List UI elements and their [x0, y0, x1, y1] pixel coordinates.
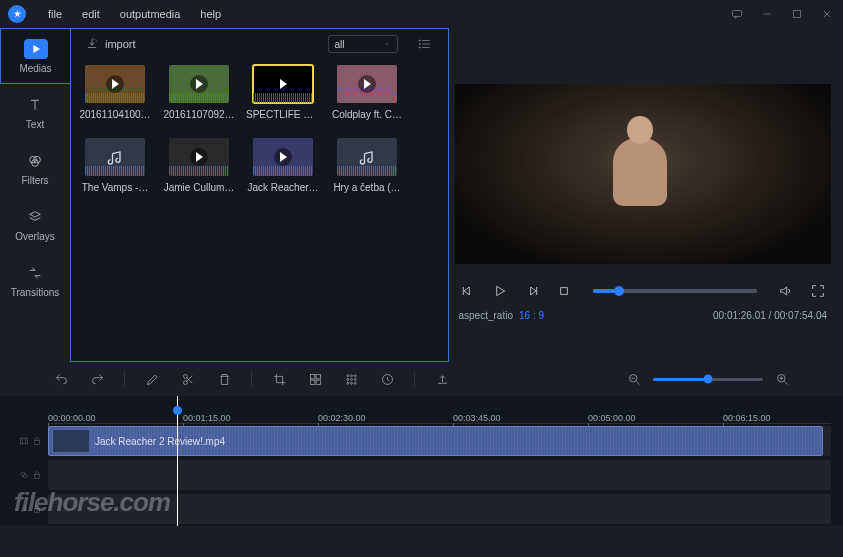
- preview-canvas[interactable]: [455, 84, 832, 264]
- thumb-image: [253, 138, 313, 176]
- timeline-ruler[interactable]: 00:00:00.0000:01:15.0000:02:30.0000:03:4…: [48, 400, 831, 424]
- sidebar-item-text[interactable]: Text: [0, 84, 70, 140]
- overlays-icon: [23, 207, 47, 227]
- svg-point-32: [354, 378, 356, 380]
- app-logo-icon: [8, 5, 26, 23]
- title-bar: file edit outputmedia help: [0, 0, 843, 28]
- thumb-image: [169, 65, 229, 103]
- zoom-slider[interactable]: [653, 378, 763, 381]
- menu-help[interactable]: help: [190, 0, 231, 28]
- svg-marker-15: [464, 287, 469, 295]
- import-icon: [85, 37, 99, 51]
- svg-rect-47: [34, 441, 39, 445]
- prev-frame-button[interactable]: [459, 282, 477, 300]
- ruler-tick: 00:01:15.00: [183, 413, 231, 423]
- sidebar-item-overlays[interactable]: Overlays: [0, 196, 70, 252]
- track-body[interactable]: [48, 460, 831, 490]
- export-button[interactable]: [433, 370, 451, 388]
- svg-point-29: [354, 374, 356, 376]
- media-thumb[interactable]: Jack Reacher…: [253, 138, 313, 193]
- close-button[interactable]: [819, 6, 835, 22]
- list-view-toggle[interactable]: [416, 37, 434, 51]
- thumb-image: [85, 65, 145, 103]
- aspect-ratio-label: aspect_ratio: [459, 310, 513, 321]
- svg-point-12: [419, 40, 420, 41]
- svg-line-39: [636, 381, 639, 384]
- mosaic-tool[interactable]: [306, 370, 324, 388]
- thumb-label: 20161107092…: [162, 109, 236, 120]
- media-filter-select[interactable]: all: [328, 35, 398, 53]
- thumb-label: Coldplay ft. C…: [330, 109, 404, 120]
- text-icon: [23, 95, 47, 115]
- timeline-clip[interactable]: Jack Reacher 2 Review!.mp4: [48, 426, 823, 456]
- next-frame-button[interactable]: [523, 282, 541, 300]
- delete-button[interactable]: [215, 370, 233, 388]
- play-button[interactable]: [491, 282, 509, 300]
- svg-point-28: [350, 374, 352, 376]
- import-button[interactable]: import: [85, 37, 136, 51]
- minimize-button[interactable]: [759, 6, 775, 22]
- media-thumb[interactable]: Hry a četba (…: [337, 138, 397, 193]
- ruler-tick: 00:06:15.00: [723, 413, 771, 423]
- thumb-label: Hry a četba (…: [330, 182, 404, 193]
- media-thumb[interactable]: Coldplay ft. C…: [337, 65, 397, 120]
- menu-edit[interactable]: edit: [72, 0, 110, 28]
- feedback-icon[interactable]: [729, 6, 745, 22]
- thumb-label: The Vamps -…: [78, 182, 152, 193]
- volume-button[interactable]: [777, 282, 795, 300]
- svg-rect-0: [733, 11, 742, 17]
- sidebar-item-label: Filters: [21, 175, 48, 186]
- sidebar-item-label: Text: [26, 119, 44, 130]
- seek-slider[interactable]: [593, 289, 758, 293]
- lock-icon[interactable]: [32, 436, 42, 446]
- svg-marker-17: [496, 286, 504, 295]
- split-tool[interactable]: [179, 370, 197, 388]
- grid-tool[interactable]: [342, 370, 360, 388]
- sidebar-item-filters[interactable]: Filters: [0, 140, 70, 196]
- media-panel: import all 20161104100…20161107092…SPECT…: [70, 28, 449, 362]
- svg-point-33: [346, 382, 348, 384]
- maximize-button[interactable]: [789, 6, 805, 22]
- media-thumb[interactable]: SPECTLIFE m…: [253, 65, 313, 120]
- zoom-out-button[interactable]: [625, 370, 643, 388]
- sidebar-item-medias[interactable]: Medias: [0, 28, 70, 84]
- duration-tool[interactable]: [378, 370, 396, 388]
- crop-tool[interactable]: [270, 370, 288, 388]
- menu-file[interactable]: file: [38, 0, 72, 28]
- lock-icon[interactable]: [32, 470, 42, 480]
- thumb-image: [85, 138, 145, 176]
- media-thumb[interactable]: The Vamps -…: [85, 138, 145, 193]
- thumb-label: Jack Reacher…: [246, 182, 320, 193]
- sidebar: Medias Text Filters Overlays Transitions: [0, 28, 70, 362]
- stop-button[interactable]: [555, 282, 573, 300]
- media-thumb[interactable]: 20161107092…: [169, 65, 229, 120]
- redo-button[interactable]: [88, 370, 106, 388]
- play-icon: [24, 39, 48, 59]
- fullscreen-button[interactable]: [809, 282, 827, 300]
- filters-icon: [23, 151, 47, 171]
- track-body[interactable]: Jack Reacher 2 Review!.mp4: [48, 426, 831, 456]
- thumb-image: [337, 138, 397, 176]
- svg-marker-18: [530, 287, 535, 295]
- svg-point-27: [346, 374, 348, 376]
- aspect-ratio-value[interactable]: 16 : 9: [519, 310, 544, 321]
- media-filter-value: all: [335, 39, 345, 50]
- thumb-image: [253, 65, 313, 103]
- preview-panel: aspect_ratio 16 : 9 00:01:26.01 / 00:07:…: [449, 28, 844, 362]
- media-thumb[interactable]: Jamie Cullum…: [169, 138, 229, 193]
- zoom-in-button[interactable]: [773, 370, 791, 388]
- import-label: import: [105, 38, 136, 50]
- media-thumb[interactable]: 20161104100…: [85, 65, 145, 120]
- menu-outputmedia[interactable]: outputmedia: [110, 0, 191, 28]
- ruler-tick: 00:02:30.00: [318, 413, 366, 423]
- playhead[interactable]: [177, 396, 178, 526]
- svg-rect-20: [560, 288, 567, 295]
- undo-button[interactable]: [52, 370, 70, 388]
- sidebar-item-transitions[interactable]: Transitions: [0, 252, 70, 308]
- video-track: Jack Reacher 2 Review!.mp4: [12, 424, 831, 458]
- film-icon: [19, 436, 29, 446]
- clip-thumbnail: [53, 430, 89, 452]
- svg-line-43: [784, 381, 787, 384]
- ruler-tick: 00:00:00.00: [48, 413, 96, 423]
- edit-tool[interactable]: [143, 370, 161, 388]
